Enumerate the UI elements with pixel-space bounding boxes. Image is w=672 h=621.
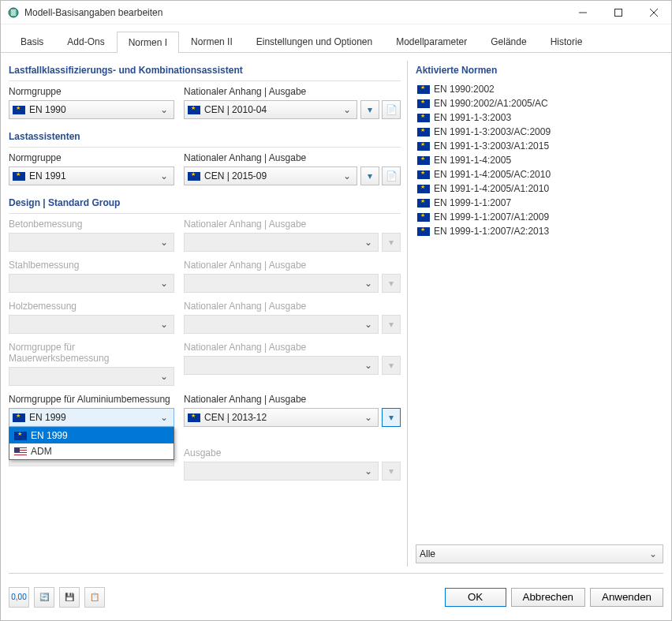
activated-norms-list: EN 1990:2002 EN 1990:2002/A1:2005/AC EN … [416, 82, 663, 544]
chevron-down-icon: ⌄ [158, 104, 170, 115]
chevron-down-icon: ⌄ [158, 170, 170, 181]
app-icon [7, 6, 20, 19]
norm-item[interactable]: EN 1991-1-4:2005/A1:2010 [416, 181, 663, 196]
ausgabe-combo: ⌄ [184, 462, 379, 481]
ok-button[interactable]: OK [445, 588, 506, 607]
chevron-down-icon: ⌄ [647, 548, 659, 559]
norm-item[interactable]: EN 1991-1-4:2005 [416, 153, 663, 167]
chevron-down-icon: ⌄ [341, 104, 353, 115]
tab-einstellungen[interactable]: Einstellungen und Optionen [245, 31, 384, 52]
lastfall-group-combo[interactable]: EN 1990 ⌄ [9, 100, 174, 119]
save-button[interactable]: 💾 [59, 587, 80, 608]
tab-historie[interactable]: Historie [539, 31, 595, 52]
filter-button[interactable]: ▾ [382, 408, 401, 427]
funnel-icon: ▾ [389, 412, 394, 423]
filter-button: ▾ [382, 233, 401, 252]
content-area: Lastfallklassifizierungs- und Kombinatio… [1, 53, 671, 567]
chevron-down-icon: ⌄ [341, 170, 353, 181]
right-panel: Aktivierte Normen EN 1990:2002 EN 1990:2… [407, 61, 663, 567]
new-annex-button[interactable]: 📄 [382, 100, 401, 119]
section-lastfall-title: Lastfallklassifizierungs- und Kombinatio… [9, 61, 401, 81]
maximize-button[interactable] [600, 1, 636, 24]
close-button[interactable] [636, 1, 671, 24]
eu-flag-icon [13, 172, 25, 181]
chevron-down-icon: ⌄ [362, 466, 375, 477]
norm-item[interactable]: EN 1999-1-1:2007 [416, 196, 663, 210]
lastfall-annex-label: Nationaler Anhang | Ausgabe [184, 86, 401, 97]
cancel-button[interactable]: Abbrechen [511, 588, 585, 607]
new-doc-icon: 📄 [386, 170, 398, 181]
norm-item[interactable]: EN 1999-1-1:2007/A1:2009 [416, 210, 663, 224]
stahl-label: Stahlbemessung [9, 260, 174, 271]
eu-flag-icon [417, 99, 430, 108]
tab-gelaende[interactable]: Gelände [479, 31, 538, 52]
chevron-down-icon: ⌄ [362, 412, 375, 423]
holz-label: Holzbemessung [9, 301, 174, 312]
holz-combo: ⌄ [9, 315, 174, 334]
lastfall-annex-combo[interactable]: CEN | 2010-04 ⌄ [184, 100, 357, 119]
norm-item[interactable]: EN 1999-1-1:2007/A2:2013 [416, 224, 663, 238]
beton-annex-label: Nationaler Anhang | Ausgabe [184, 219, 401, 230]
funnel-icon: ▾ [368, 170, 372, 181]
eu-flag-icon [417, 199, 430, 208]
aluminium-dropdown: EN 1999 ADM [9, 427, 174, 460]
us-flag-icon [14, 447, 27, 456]
mauerwerk-annex-label: Nationaler Anhang | Ausgabe [184, 342, 401, 353]
filter-button[interactable]: ▾ [360, 166, 379, 185]
norm-item[interactable]: EN 1991-1-4:2005/AC:2010 [416, 167, 663, 181]
chevron-down-icon: ⌄ [362, 360, 375, 371]
refresh-button[interactable]: 🔄 [34, 587, 54, 608]
aluminium-annex-combo[interactable]: CEN | 2013-12 ⌄ [184, 408, 379, 427]
tab-modellparameter[interactable]: Modellparameter [384, 31, 479, 52]
units-button[interactable]: 0,00 [9, 587, 29, 608]
eu-flag-icon [417, 114, 430, 122]
chevron-down-icon: ⌄ [158, 278, 170, 289]
copy-button[interactable]: 📋 [84, 587, 105, 608]
filter-button: ▾ [382, 462, 401, 481]
lastassist-annex-label: Nationaler Anhang | Ausgabe [184, 152, 401, 163]
minimize-button[interactable] [565, 1, 600, 24]
dropdown-option-adm[interactable]: ADM [9, 443, 174, 459]
funnel-icon: ▾ [389, 319, 394, 330]
norm-item[interactable]: EN 1991-1-3:2003 [416, 110, 663, 125]
svg-rect-1 [11, 9, 16, 16]
filter-button[interactable]: ▾ [360, 100, 379, 119]
eu-flag-icon [417, 227, 430, 236]
footer: 0,00 🔄 💾 📋 OK Abbrechen Anwenden [9, 573, 663, 612]
dropdown-option-en1999[interactable]: EN 1999 [9, 428, 174, 443]
filter-button: ▾ [382, 356, 401, 375]
eu-flag-icon [417, 170, 430, 179]
holz-annex-label: Nationaler Anhang | Ausgabe [184, 301, 401, 312]
new-annex-button[interactable]: 📄 [382, 166, 401, 185]
norm-item[interactable]: EN 1991-1-3:2003/AC:2009 [416, 125, 663, 139]
left-panel: Lastfallklassifizierungs- und Kombinatio… [9, 61, 407, 567]
aluminium-combo[interactable]: EN 1999 ⌄ [9, 408, 174, 427]
tab-basis[interactable]: Basis [9, 31, 55, 52]
norm-item[interactable]: EN 1991-1-3:2003/A1:2015 [416, 139, 663, 153]
tab-normen-i[interactable]: Normen I [117, 32, 179, 53]
tab-addons[interactable]: Add-Ons [55, 31, 116, 52]
norm-item[interactable]: EN 1990:2002/A1:2005/AC [416, 96, 663, 110]
mauerwerk-annex-combo: ⌄ [184, 356, 379, 375]
funnel-icon: ▾ [368, 104, 372, 115]
stahl-annex-label: Nationaler Anhang | Ausgabe [184, 260, 401, 271]
tab-normen-ii[interactable]: Normen II [179, 31, 245, 52]
filter-button: ▾ [382, 274, 401, 293]
chevron-down-icon: ⌄ [158, 412, 170, 423]
lastassist-annex-combo[interactable]: CEN | 2015-09 ⌄ [184, 166, 357, 185]
eu-flag-icon [13, 106, 25, 114]
aluminium-label: Normgruppe für Aluminiumbemessung [9, 394, 174, 405]
section-design-title: Design | Standard Group [9, 193, 401, 214]
norm-item[interactable]: EN 1990:2002 [416, 82, 663, 96]
lastassist-group-combo[interactable]: EN 1991 ⌄ [9, 166, 174, 185]
ausgabe-label: Ausgabe [184, 447, 401, 458]
chevron-down-icon: ⌄ [362, 237, 375, 248]
eu-flag-icon [417, 213, 430, 222]
aluminium-annex-label: Nationaler Anhang | Ausgabe [184, 394, 401, 405]
chevron-down-icon: ⌄ [362, 319, 375, 330]
titlebar: Modell-Basisangaben bearbeiten [1, 1, 671, 24]
section-lastassist-title: Lastassistenten [9, 127, 401, 148]
funnel-icon: ▾ [389, 360, 394, 371]
apply-button[interactable]: Anwenden [590, 588, 663, 607]
norm-filter-combo[interactable]: Alle ⌄ [416, 544, 663, 563]
